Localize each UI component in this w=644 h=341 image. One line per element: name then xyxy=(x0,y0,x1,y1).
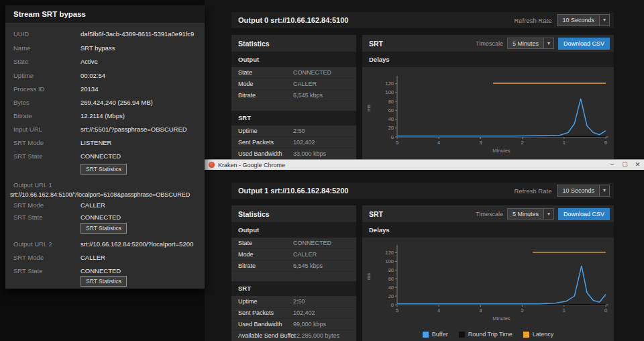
svg-text:0: 0 xyxy=(604,140,607,146)
legend-item-round-trip-time[interactable]: Round Trip Time xyxy=(459,331,513,338)
field-row: NameSRT bypass xyxy=(13,44,201,54)
table-row: Sent Packets 102,402 xyxy=(231,307,356,319)
window-title: Kraken - Google Chrome xyxy=(218,162,606,168)
field-value: 00:02:54 xyxy=(80,72,105,79)
buffer-swatch-icon xyxy=(423,332,429,338)
legend-item-buffer[interactable]: Buffer xyxy=(423,331,448,338)
statistics-title: Statistics xyxy=(231,35,356,52)
delays-chart-title: Delays xyxy=(362,223,614,238)
svg-text:Minutes: Minutes xyxy=(492,315,511,322)
svg-text:1: 1 xyxy=(563,140,566,146)
refresh-rate-select[interactable]: 10 Seconds ▾ xyxy=(557,14,610,26)
stat-value: 102,402 xyxy=(293,309,315,316)
timescale-value: 5 Minutes xyxy=(508,209,543,219)
stat-value: 33,000 kbps xyxy=(293,150,326,157)
statistics-panel: Statistics Output State CONNECTED Mode C… xyxy=(231,205,356,341)
field-label: Input URL xyxy=(13,126,80,133)
srt-statistics-button[interactable]: SRT Statistics xyxy=(80,164,127,175)
field-row: SRT StateCONNECTED xyxy=(13,267,201,277)
field-row: SRT ModeCALLER xyxy=(13,254,201,263)
field-value: 12.2114 (Mbps) xyxy=(80,112,125,119)
field-value: 20134 xyxy=(80,85,98,93)
svg-text:5: 5 xyxy=(396,140,398,146)
field-value: CONNECTED xyxy=(80,213,121,221)
stat-value: CONNECTED xyxy=(293,69,331,76)
stat-value: 2:50 xyxy=(293,128,305,134)
stat-label: Sent Packets xyxy=(231,309,293,316)
download-csv-button[interactable]: Download CSV xyxy=(558,208,610,220)
svg-text:ms: ms xyxy=(366,105,372,111)
svg-text:120: 120 xyxy=(385,81,394,87)
chrome-title-bar[interactable]: Kraken - Google Chrome – ☐ ✕ xyxy=(205,160,644,170)
section-gap xyxy=(231,101,356,111)
field-row: SRT ModeCALLER xyxy=(13,201,201,211)
field-value: CONNECTED xyxy=(80,267,121,275)
svg-text:4: 4 xyxy=(437,140,440,146)
statistics-panel: Statistics Output State CONNECTED Mode C… xyxy=(231,35,356,160)
refresh-rate-select[interactable]: 10 Seconds ▾ xyxy=(557,185,610,197)
svg-text:120: 120 xyxy=(385,250,394,256)
table-row: Used Bandwidth 99,000 kbps xyxy=(231,319,356,330)
output1-window: Output 1 srt://10.66.162.84:5200 Refresh… xyxy=(205,170,644,341)
timescale-select[interactable]: 5 Minutes ▾ xyxy=(507,208,554,220)
svg-text:ms: ms xyxy=(366,273,372,280)
svg-text:5: 5 xyxy=(396,307,398,313)
stat-label: Mode xyxy=(231,251,293,258)
section-gap xyxy=(231,272,356,281)
refresh-rate-label: Refresh Rate xyxy=(514,187,551,195)
section-srt-title: SRT xyxy=(231,281,356,296)
maximize-icon[interactable]: ☐ xyxy=(619,160,631,170)
timescale-label: Timescale xyxy=(476,211,503,217)
svg-text:Minutes: Minutes xyxy=(492,148,511,154)
stat-label: Used Bandwidth xyxy=(231,321,293,328)
legend-item-latency[interactable]: Latency xyxy=(523,331,554,338)
field-label: Output URL 1 xyxy=(13,181,80,189)
srt-panel-title: SRT xyxy=(362,40,476,48)
table-row: Available Send Buffer 12,285,000 bytes xyxy=(231,330,356,341)
field-label: Bitrate xyxy=(13,112,80,119)
field-row: StateActive xyxy=(13,58,201,67)
srt-panel-header: SRT Timescale 5 Minutes ▾ Download CSV xyxy=(362,35,614,52)
minimize-icon[interactable]: – xyxy=(606,160,619,170)
field-row: Bitrate12.2114 (Mbps) xyxy=(13,112,201,121)
field-label: Name xyxy=(13,44,80,52)
statistics-title: Statistics xyxy=(231,205,356,223)
svg-text:20: 20 xyxy=(388,125,394,131)
svg-text:4: 4 xyxy=(437,307,440,313)
download-csv-button[interactable]: Download CSV xyxy=(558,38,610,50)
svg-text:100: 100 xyxy=(385,258,394,264)
close-icon[interactable]: ✕ xyxy=(631,160,644,170)
section-srt-title: SRT xyxy=(231,111,356,126)
svg-text:60: 60 xyxy=(388,107,394,113)
table-row: Bitrate 6,545 kbps xyxy=(231,90,356,101)
svg-text:40: 40 xyxy=(388,116,394,122)
stat-value: CALLER xyxy=(293,251,317,258)
field-row: Output URL 2srt://10.66.162.84:5200/?loc… xyxy=(13,240,201,250)
table-row: Sent Packets 102,402 xyxy=(231,137,356,148)
stat-label: Uptime xyxy=(231,128,293,134)
table-row: State CONNECTED xyxy=(231,238,356,249)
table-row: Mode CALLER xyxy=(231,249,356,260)
svg-text:3: 3 xyxy=(479,307,482,313)
srt-chart-panel: SRT Timescale 5 Minutes ▾ Download CSV D… xyxy=(362,205,614,341)
table-row: Uptime 2:50 xyxy=(231,296,356,307)
timescale-select[interactable]: 5 Minutes ▾ xyxy=(507,38,554,49)
stat-label: Used Bandwidth xyxy=(231,150,293,157)
chevron-down-icon: ▾ xyxy=(599,15,609,26)
stat-label: Bitrate xyxy=(231,262,293,269)
srt-statistics-button[interactable]: SRT Statistics xyxy=(80,276,127,287)
table-row: Mode CALLER xyxy=(231,79,356,90)
chevron-down-icon: ▾ xyxy=(599,185,609,196)
round-trip-time-swatch-icon xyxy=(459,332,465,338)
field-label: Process ID xyxy=(13,85,80,93)
srt-statistics-button[interactable]: SRT Statistics xyxy=(80,223,127,234)
field-row: SRT StateCONNECTED xyxy=(13,152,201,162)
srt-chart-panel: SRT Timescale 5 Minutes ▾ Download CSV D… xyxy=(362,35,614,160)
field-label: SRT Mode xyxy=(13,254,80,261)
field-value: CALLER xyxy=(80,254,105,261)
svg-text:100: 100 xyxy=(385,89,394,95)
field-row: UUIDdaf5fb6f-3acb-4389-8611-5391a0e91fc9 xyxy=(13,30,201,40)
stat-value: 6,545 kbps xyxy=(293,92,323,99)
stat-label: State xyxy=(231,69,293,76)
stream-panel-title: Stream SRT bypass xyxy=(5,5,205,23)
